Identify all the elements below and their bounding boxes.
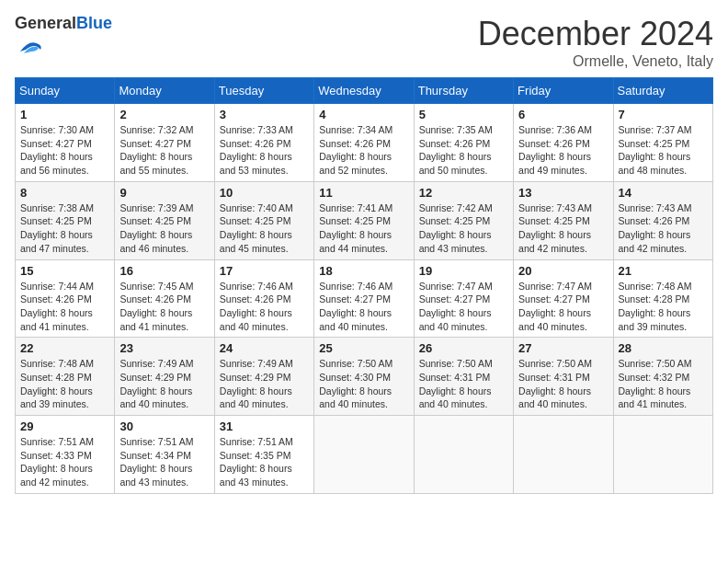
calendar-day-cell: 12 Sunrise: 7:42 AM Sunset: 4:25 PM Dayl… — [414, 181, 513, 259]
day-info: Sunrise: 7:51 AM Sunset: 4:34 PM Dayligh… — [119, 435, 209, 489]
day-number: 28 — [619, 341, 708, 355]
day-number: 26 — [419, 341, 508, 355]
day-number: 15 — [20, 264, 109, 278]
day-number: 7 — [619, 108, 708, 121]
calendar-week-row: 15 Sunrise: 7:44 AM Sunset: 4:26 PM Dayl… — [16, 259, 713, 338]
day-info: Sunrise: 7:43 AM Sunset: 4:26 PM Dayligh… — [619, 201, 708, 256]
calendar-day-cell: 29 Sunrise: 7:51 AM Sunset: 4:33 PM Dayl… — [16, 416, 115, 494]
calendar-day-cell: 25 Sunrise: 7:50 AM Sunset: 4:30 PM Dayl… — [314, 338, 414, 416]
day-number: 17 — [220, 264, 309, 278]
day-info: Sunrise: 7:34 AM Sunset: 4:26 PM Dayligh… — [319, 123, 408, 178]
day-number: 18 — [319, 264, 408, 278]
day-info: Sunrise: 7:51 AM Sunset: 4:33 PM Dayligh… — [20, 435, 109, 489]
day-info: Sunrise: 7:41 AM Sunset: 4:25 PM Dayligh… — [319, 201, 408, 256]
day-info: Sunrise: 7:33 AM Sunset: 4:26 PM Dayligh… — [220, 123, 309, 178]
calendar-day-cell: 9 Sunrise: 7:39 AM Sunset: 4:25 PM Dayli… — [115, 181, 214, 259]
day-info: Sunrise: 7:42 AM Sunset: 4:25 PM Dayligh… — [419, 201, 508, 256]
page-header: GeneralBlue December 2024 Ormelle, Venet… — [15, 15, 713, 70]
calendar-day-cell: 5 Sunrise: 7:35 AM Sunset: 4:26 PM Dayli… — [414, 104, 513, 182]
calendar-day-cell: 10 Sunrise: 7:40 AM Sunset: 4:25 PM Dayl… — [214, 181, 313, 259]
logo: GeneralBlue — [15, 15, 112, 63]
calendar-day-cell: 6 Sunrise: 7:36 AM Sunset: 4:26 PM Dayli… — [514, 104, 613, 182]
calendar-day-cell: 21 Sunrise: 7:48 AM Sunset: 4:28 PM Dayl… — [613, 259, 712, 338]
day-number: 11 — [319, 186, 408, 200]
day-info: Sunrise: 7:49 AM Sunset: 4:29 PM Dayligh… — [119, 357, 209, 411]
day-of-week-header: Friday — [514, 78, 613, 104]
month-title: December 2024 — [478, 15, 713, 53]
day-number: 24 — [220, 341, 309, 355]
calendar-day-cell: 23 Sunrise: 7:49 AM Sunset: 4:29 PM Dayl… — [115, 338, 214, 416]
day-info: Sunrise: 7:30 AM Sunset: 4:27 PM Dayligh… — [20, 123, 109, 178]
day-info: Sunrise: 7:45 AM Sunset: 4:26 PM Dayligh… — [119, 280, 209, 334]
calendar-day-cell: 18 Sunrise: 7:46 AM Sunset: 4:27 PM Dayl… — [314, 259, 414, 338]
day-number: 8 — [20, 186, 109, 200]
day-info: Sunrise: 7:44 AM Sunset: 4:26 PM Dayligh… — [20, 280, 109, 334]
day-info: Sunrise: 7:36 AM Sunset: 4:26 PM Dayligh… — [518, 123, 608, 178]
day-info: Sunrise: 7:32 AM Sunset: 4:27 PM Dayligh… — [119, 123, 209, 178]
day-info: Sunrise: 7:39 AM Sunset: 4:25 PM Dayligh… — [119, 201, 209, 256]
day-of-week-header: Thursday — [414, 78, 513, 104]
calendar-week-row: 29 Sunrise: 7:51 AM Sunset: 4:33 PM Dayl… — [16, 416, 713, 494]
day-number: 20 — [518, 264, 608, 278]
day-info: Sunrise: 7:50 AM Sunset: 4:32 PM Dayligh… — [619, 357, 708, 411]
day-number: 19 — [419, 264, 508, 278]
day-number: 12 — [419, 186, 508, 200]
calendar-week-row: 22 Sunrise: 7:48 AM Sunset: 4:28 PM Dayl… — [16, 338, 713, 416]
calendar-day-cell: 11 Sunrise: 7:41 AM Sunset: 4:25 PM Dayl… — [314, 181, 414, 259]
calendar-day-cell: 7 Sunrise: 7:37 AM Sunset: 4:25 PM Dayli… — [613, 104, 712, 182]
calendar-day-cell: 13 Sunrise: 7:43 AM Sunset: 4:25 PM Dayl… — [514, 181, 613, 259]
day-number: 10 — [220, 186, 309, 200]
calendar-day-cell: 15 Sunrise: 7:44 AM Sunset: 4:26 PM Dayl… — [16, 259, 115, 338]
day-number: 2 — [119, 108, 209, 121]
day-info: Sunrise: 7:46 AM Sunset: 4:27 PM Dayligh… — [319, 280, 408, 334]
day-number: 9 — [119, 186, 209, 200]
logo-icon — [17, 33, 42, 59]
calendar-day-cell: 28 Sunrise: 7:50 AM Sunset: 4:32 PM Dayl… — [613, 338, 712, 416]
day-info: Sunrise: 7:48 AM Sunset: 4:28 PM Dayligh… — [619, 280, 708, 334]
calendar-day-cell: 27 Sunrise: 7:50 AM Sunset: 4:31 PM Dayl… — [514, 338, 613, 416]
day-number: 23 — [119, 341, 209, 355]
day-info: Sunrise: 7:40 AM Sunset: 4:25 PM Dayligh… — [220, 201, 309, 256]
day-of-week-header: Sunday — [16, 78, 115, 104]
logo-blue-text: Blue — [76, 14, 112, 32]
day-number: 4 — [319, 108, 408, 121]
day-number: 21 — [619, 264, 708, 278]
day-number: 14 — [619, 186, 708, 200]
day-number: 16 — [119, 264, 209, 278]
day-info: Sunrise: 7:51 AM Sunset: 4:35 PM Dayligh… — [220, 435, 309, 489]
day-of-week-header: Saturday — [613, 78, 712, 104]
calendar-day-cell — [314, 416, 414, 494]
calendar-day-cell — [414, 416, 513, 494]
logo-general-text: General — [15, 14, 76, 32]
day-number: 31 — [220, 419, 309, 433]
day-info: Sunrise: 7:46 AM Sunset: 4:26 PM Dayligh… — [220, 280, 309, 334]
calendar-day-cell: 20 Sunrise: 7:47 AM Sunset: 4:27 PM Dayl… — [514, 259, 613, 338]
day-info: Sunrise: 7:37 AM Sunset: 4:25 PM Dayligh… — [619, 123, 708, 178]
calendar-day-cell: 19 Sunrise: 7:47 AM Sunset: 4:27 PM Dayl… — [414, 259, 513, 338]
calendar-week-row: 8 Sunrise: 7:38 AM Sunset: 4:25 PM Dayli… — [16, 181, 713, 259]
calendar-table: SundayMondayTuesdayWednesdayThursdayFrid… — [15, 77, 713, 494]
day-number: 22 — [20, 341, 109, 355]
calendar-day-cell: 1 Sunrise: 7:30 AM Sunset: 4:27 PM Dayli… — [16, 104, 115, 182]
day-info: Sunrise: 7:48 AM Sunset: 4:28 PM Dayligh… — [20, 357, 109, 411]
day-number: 30 — [119, 419, 209, 433]
calendar-week-row: 1 Sunrise: 7:30 AM Sunset: 4:27 PM Dayli… — [16, 104, 713, 182]
day-number: 27 — [518, 341, 608, 355]
day-number: 5 — [419, 108, 508, 121]
day-number: 6 — [518, 108, 608, 121]
calendar-day-cell: 17 Sunrise: 7:46 AM Sunset: 4:26 PM Dayl… — [214, 259, 313, 338]
calendar-header-row: SundayMondayTuesdayWednesdayThursdayFrid… — [16, 78, 713, 104]
day-number: 1 — [20, 108, 109, 121]
day-of-week-header: Wednesday — [314, 78, 414, 104]
calendar-day-cell: 26 Sunrise: 7:50 AM Sunset: 4:31 PM Dayl… — [414, 338, 513, 416]
day-of-week-header: Monday — [115, 78, 214, 104]
day-info: Sunrise: 7:50 AM Sunset: 4:31 PM Dayligh… — [518, 357, 608, 411]
day-info: Sunrise: 7:50 AM Sunset: 4:30 PM Dayligh… — [319, 357, 408, 411]
calendar-day-cell: 16 Sunrise: 7:45 AM Sunset: 4:26 PM Dayl… — [115, 259, 214, 338]
calendar-day-cell: 8 Sunrise: 7:38 AM Sunset: 4:25 PM Dayli… — [16, 181, 115, 259]
day-info: Sunrise: 7:38 AM Sunset: 4:25 PM Dayligh… — [20, 201, 109, 256]
day-number: 3 — [220, 108, 309, 121]
location: Ormelle, Veneto, Italy — [478, 53, 713, 70]
calendar-day-cell — [613, 416, 712, 494]
calendar-day-cell: 24 Sunrise: 7:49 AM Sunset: 4:29 PM Dayl… — [214, 338, 313, 416]
